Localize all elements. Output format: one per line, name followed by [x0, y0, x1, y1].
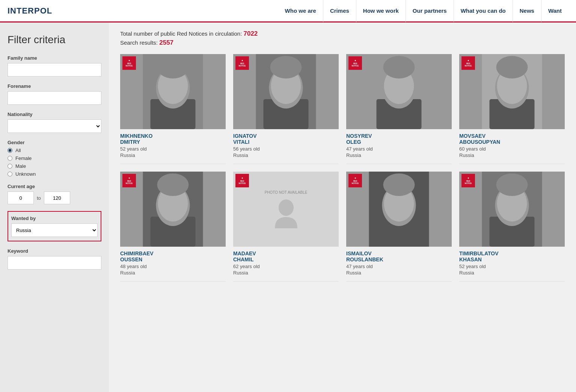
- nav-crimes[interactable]: Crimes: [323, 0, 356, 22]
- badge-text: REDNOTICE: [351, 179, 360, 185]
- badge-interpol: ●: [241, 59, 243, 62]
- search-results-count: 2557: [159, 39, 173, 46]
- total-notices-label: Total number of public Red Notices in ci…: [120, 30, 242, 37]
- person-card[interactable]: ● REDNOTICE CHIMIRBAEVOUSSEN 48 years ol…: [120, 172, 226, 282]
- person-country: Russia: [233, 270, 339, 276]
- badge-text: REDNOTICE: [351, 62, 360, 68]
- person-photo: [120, 54, 226, 129]
- person-photo: [346, 54, 452, 129]
- person-age: 52 years old: [120, 146, 226, 152]
- family-name-group: Family name: [8, 55, 101, 77]
- family-name-label: Family name: [8, 55, 101, 61]
- photo-container: ● REDNOTICE: [459, 172, 565, 247]
- person-card[interactable]: PHOTO NOT AVAILABLE ● REDNOTICE MADAEVCH…: [233, 172, 339, 282]
- person-name: NOSYREVOLEG: [346, 133, 452, 145]
- nav-news[interactable]: News: [513, 0, 541, 22]
- nationality-label: Nationality: [8, 112, 101, 117]
- total-notices-count: 7022: [244, 30, 258, 37]
- person-age: 47 years old: [346, 146, 452, 152]
- photo-container: ● REDNOTICE: [233, 54, 339, 129]
- site-logo: INTERPOL: [8, 6, 52, 16]
- person-name: MIKHNENKODMITRY: [120, 133, 226, 145]
- age-min-input[interactable]: [8, 191, 34, 204]
- red-notice-badge: ● REDNOTICE: [348, 56, 362, 70]
- site-header: INTERPOL Who we are Crimes How we work O…: [0, 0, 576, 23]
- person-photo: [459, 172, 565, 247]
- nav-how-we-work[interactable]: How we work: [356, 0, 406, 22]
- gender-all-option[interactable]: All: [8, 148, 101, 153]
- nav-what-you-can-do[interactable]: What you can do: [454, 0, 513, 22]
- main-content: Total number of public Red Notices in ci…: [109, 23, 576, 392]
- badge-interpol: ●: [128, 59, 130, 62]
- wanted-by-group: Wanted by Russia All: [8, 211, 101, 241]
- gender-unknown-radio[interactable]: [8, 172, 12, 176]
- gender-female-radio[interactable]: [8, 156, 12, 161]
- person-card[interactable]: ● REDNOTICE ISMAILOVROUSLANBEK 47 years …: [346, 172, 452, 282]
- red-notice-badge: ● REDNOTICE: [122, 174, 136, 187]
- gender-female-label: Female: [15, 155, 32, 161]
- svg-point-42: [496, 173, 528, 196]
- person-card[interactable]: ● REDNOTICE TIMIRBULATOVKHASAN 52 years …: [459, 172, 565, 282]
- wanted-by-label: Wanted by: [11, 216, 98, 221]
- results-info: Total number of public Red Notices in ci…: [120, 30, 565, 47]
- svg-point-23: [496, 56, 528, 78]
- badge-interpol: ●: [467, 59, 469, 62]
- badge-interpol: ●: [467, 176, 469, 179]
- badge-text: REDNOTICE: [125, 62, 134, 68]
- badge-text: REDNOTICE: [464, 62, 473, 68]
- person-name: IGNATOVVITALI: [233, 133, 339, 145]
- red-notice-badge: ● REDNOTICE: [122, 56, 136, 70]
- person-card[interactable]: ● REDNOTICE IGNATOVVITALI 56 years old R…: [233, 54, 339, 164]
- person-photo: [120, 172, 226, 247]
- person-card[interactable]: ● REDNOTICE MOVSAEVABOUSOUPYAN 60 years …: [459, 54, 565, 164]
- badge-text: REDNOTICE: [238, 62, 247, 68]
- main-nav: Who we are Crimes How we work Our partne…: [278, 0, 568, 22]
- photo-container: ● REDNOTICE: [120, 54, 226, 129]
- person-photo: [459, 54, 565, 129]
- badge-text: REDNOTICE: [125, 179, 134, 185]
- person-name: MOVSAEVABOUSOUPYAN: [459, 133, 565, 145]
- gender-female-option[interactable]: Female: [8, 155, 101, 161]
- person-country: Russia: [459, 270, 565, 276]
- total-notices: Total number of public Red Notices in ci…: [120, 30, 565, 38]
- person-name: TIMIRBULATOVKHASAN: [459, 250, 565, 262]
- nav-want[interactable]: Want: [541, 0, 568, 22]
- person-photo: [346, 172, 452, 247]
- person-country: Russia: [346, 152, 452, 158]
- gender-unknown-option[interactable]: Unknown: [8, 171, 101, 177]
- gender-all-radio[interactable]: [8, 148, 12, 153]
- svg-point-30: [279, 199, 294, 216]
- page-wrapper: Filter criteria Family name Forename Nat…: [0, 23, 576, 392]
- gender-male-radio[interactable]: [8, 164, 12, 169]
- nationality-select[interactable]: [8, 119, 101, 133]
- wanted-by-select[interactable]: Russia All: [11, 223, 98, 237]
- red-notice-badge: ● REDNOTICE: [461, 174, 475, 187]
- svg-point-11: [270, 56, 302, 78]
- person-name: CHIMIRBAEVOUSSEN: [120, 250, 226, 262]
- person-card[interactable]: ● REDNOTICE MIKHNENKODMITRY 52 years old…: [120, 54, 226, 164]
- gender-label: Gender: [8, 140, 101, 145]
- person-age: 52 years old: [459, 264, 565, 269]
- persons-grid: ● REDNOTICE MIKHNENKODMITRY 52 years old…: [120, 54, 565, 282]
- person-age: 48 years old: [120, 264, 226, 269]
- photo-container: ● REDNOTICE: [120, 172, 226, 247]
- nav-our-partners[interactable]: Our partners: [406, 0, 454, 22]
- badge-interpol: ●: [354, 176, 356, 179]
- forename-input[interactable]: [8, 91, 101, 105]
- gender-male-option[interactable]: Male: [8, 163, 101, 169]
- person-name: ISMAILOVROUSLANBEK: [346, 250, 452, 262]
- family-name-input[interactable]: [8, 63, 101, 77]
- badge-interpol: ●: [354, 59, 356, 62]
- age-max-input[interactable]: [44, 191, 70, 204]
- red-notice-badge: ● REDNOTICE: [235, 56, 249, 70]
- person-card[interactable]: ● REDNOTICE NOSYREVOLEG 47 years old Rus…: [346, 54, 452, 164]
- svg-point-29: [157, 173, 189, 196]
- keyword-input[interactable]: [8, 256, 101, 270]
- nav-who-we-are[interactable]: Who we are: [278, 0, 323, 22]
- gender-group: Gender All Female Male Unknown: [8, 140, 101, 177]
- person-age: 56 years old: [233, 146, 339, 152]
- sidebar: Filter criteria Family name Forename Nat…: [0, 23, 109, 392]
- badge-interpol: ●: [128, 176, 130, 179]
- age-group: Current age to: [8, 184, 101, 204]
- person-name: MADAEVCHAMIL: [233, 250, 339, 262]
